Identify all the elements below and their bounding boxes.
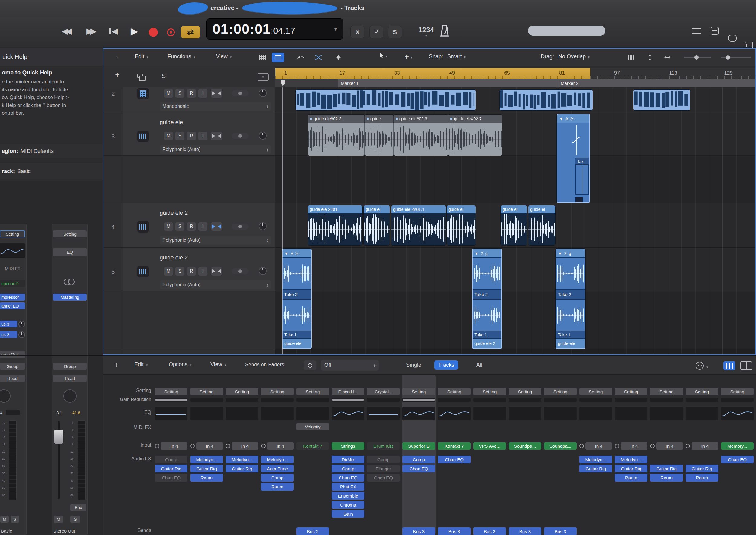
eq-display[interactable] [579,407,612,420]
audio-fx-slot[interactable]: Comp [332,465,364,472]
audio-fx-slot[interactable]: Raum [615,474,648,482]
take-waveform[interactable] [556,257,585,289]
audio-fx-slot[interactable]: Comp [403,456,435,464]
take-folder[interactable]: ▼2gTake 2Take 1guide ele 2 [472,249,502,349]
eq-display[interactable] [615,407,648,420]
take-label[interactable]: Tak [575,158,589,165]
setting-button[interactable]: Setting [53,231,87,238]
add-track-button[interactable]: + [115,71,120,79]
track-m-button[interactable]: M [164,132,173,140]
strip-setting-button[interactable]: Setting [226,388,258,395]
track-slider[interactable] [232,224,249,230]
automation-mode-button[interactable]: Read [53,375,87,382]
track-r-button[interactable]: R [187,89,196,98]
track-s-button[interactable]: S [175,89,184,98]
audio-fx-slot[interactable]: Comp [155,456,188,464]
track-s-button[interactable]: S [175,222,184,231]
send-knob[interactable] [18,331,25,338]
audio-fx-slot[interactable]: Guitar Rig [650,465,683,472]
strip-setting-button[interactable]: Setting [261,388,294,395]
input-slot[interactable]: In 4 [190,442,223,449]
timeline[interactable]: guide ele#02.2guideguide ele#02.3guide e… [276,87,755,355]
strip-setting-button[interactable]: Setting [509,388,541,395]
audio-fx-slot[interactable]: Chan EQ [403,465,435,472]
mixer-channel-strip[interactable]: SettingSoundpa...Bus 3 [508,375,542,535]
strip-setting-button[interactable]: Setting [650,388,683,395]
strip-setting-button[interactable]: Setting [473,388,506,395]
take-folder-bottom-region[interactable]: guide ele [283,338,311,348]
eq-display[interactable] [685,407,718,420]
instrument-slot[interactable]: Soundpa... [544,442,577,449]
strip-setting-button[interactable]: Crystal... [367,388,400,395]
audio-fx-slot[interactable]: Melodyn... [261,456,294,464]
track-icon[interactable] [137,266,149,277]
mixer-edit-menu[interactable]: Edit▾ [134,361,148,368]
strip-setting-button[interactable]: Setting [296,388,329,395]
input-monitor-button[interactable] [650,444,655,448]
bounce-button[interactable]: Bnc [71,504,86,511]
volume-fader[interactable] [54,430,63,444]
send-slot[interactable]: Bus 3 [473,527,506,535]
stereo-mode-icon[interactable] [63,278,76,285]
mode-dropdown[interactable]: Polyphonic (Auto)▴▾ [160,280,271,289]
take-1-label[interactable]: Take 1 [556,331,585,338]
group-slot[interactable]: Group [53,363,87,370]
go-to-beginning-button[interactable]: ◀ [109,27,118,35]
midi-region[interactable] [633,90,690,110]
single-pane-view-button[interactable] [723,361,736,370]
send-slot[interactable]: Bus 3 [438,527,470,535]
track-i-button[interactable]: I [198,222,207,231]
eq-display[interactable] [332,407,364,420]
ruler-marker[interactable]: Marker 1 [338,79,558,87]
audio-fx-slot[interactable]: Raum [685,474,718,482]
audio-fx-slot[interactable]: Guitar Rig [685,465,718,472]
instrument-slot[interactable]: VPS Ave... [473,442,506,449]
chat-icon[interactable] [728,35,737,42]
metronome-button[interactable] [438,24,451,39]
audio-fx-slot[interactable]: Guitar Rig [155,465,188,472]
track-s-button[interactable]: S [175,132,184,140]
track-r-button[interactable]: R [187,267,196,275]
mode-dropdown[interactable]: Polyphonic (Auto)▴▾ [160,145,271,154]
eq-display[interactable] [403,407,435,420]
track-m-button[interactable]: M [164,222,173,231]
audio-fx-slot[interactable]: Raum [190,474,223,482]
forward-button[interactable]: ▶▶ [86,27,94,35]
strip-setting-button[interactable]: Setting [155,388,188,395]
mixer-channel-strip[interactable]: SettingIn 4Melodyn...Guitar RigRaum [190,375,224,535]
audio-fx-slot[interactable]: Raum [650,474,683,482]
instrument-slot[interactable]: Kontakt 7 [296,442,329,449]
mixer-channel-strip[interactable]: SettingIn 4Melodyn...Guitar Rig [579,375,613,535]
strip-setting-button[interactable]: Setting [579,388,612,395]
track-header-row[interactable]: 4guide ele 2MSRIPolyphonic (Auto)▴▾ [104,203,276,248]
eq-display[interactable] [367,407,400,420]
pan-knob[interactable] [0,389,11,403]
take-waveform[interactable] [283,299,311,331]
send-slot[interactable]: us 3 [0,321,17,327]
automation-button[interactable] [294,53,307,62]
input-slot[interactable]: In 4 [226,442,258,449]
audio-fx-slot[interactable]: Comp [367,456,400,464]
track-i-button[interactable]: I [198,89,207,98]
input-monitor-button[interactable] [190,444,195,448]
functions-menu[interactable]: Functions▾ [167,53,196,60]
ruler-marker[interactable]: Marker 2 [558,79,755,87]
mixer-channel-strip[interactable]: SettingIn 4Melodyn...Auto-TuneCompRaum [260,375,294,535]
audio-fx-slot[interactable]: Phat FX [332,483,364,491]
eq-display[interactable] [226,407,258,420]
tab-tracks[interactable]: Tracks [434,360,458,370]
take-folder[interactable]: ▼ATak [557,114,590,203]
snap-control[interactable]: Snap:Smart▴▾ [429,53,466,60]
grid-view-button[interactable] [257,53,269,62]
input-monitor-button[interactable] [155,444,159,448]
ruler-marker-row[interactable]: Marker 1Marker 2 [276,79,755,87]
strip-setting-button[interactable]: Setting [190,388,223,395]
eq-display[interactable] [473,407,506,420]
eq-display[interactable] [650,407,683,420]
duplicate-track-button[interactable] [137,74,143,78]
punch-button[interactable]: × [350,26,364,38]
track-header-row[interactable]: 5guide ele 2MSRIPolyphonic (Auto)▴▾ [104,248,276,291]
disclosure-triangle-icon[interactable]: ▼ [558,251,562,256]
track-slider[interactable] [232,90,249,97]
send-slot[interactable]: Bus 3 [544,527,577,535]
